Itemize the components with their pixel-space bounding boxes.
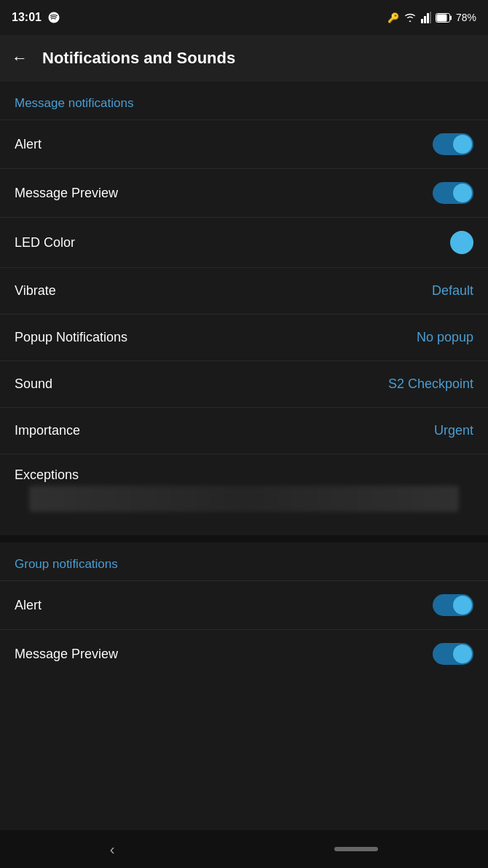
svg-rect-3 (427, 13, 429, 23)
sound-row[interactable]: Sound S2 Checkpoint (0, 360, 488, 407)
message-preview-knob (453, 184, 472, 202)
group-notifications-section: Group notifications Alert Message Previe… (0, 542, 488, 678)
group-notifications-title: Group notifications (0, 557, 488, 580)
importance-label: Importance (15, 423, 80, 438)
popup-notifications-row[interactable]: Popup Notifications No popup (0, 314, 488, 360)
importance-value: Urgent (434, 423, 473, 438)
alert-toggle[interactable] (433, 133, 473, 155)
section-divider (0, 535, 488, 542)
key-icon: 🔑 (387, 12, 399, 23)
alert-row: Alert (0, 119, 488, 168)
group-message-preview-label: Message Preview (15, 647, 118, 662)
exceptions-label: Exceptions (15, 467, 79, 483)
svg-rect-7 (436, 14, 446, 21)
spotify-icon (47, 11, 60, 24)
message-preview-label: Message Preview (15, 186, 118, 201)
group-message-preview-toggle[interactable] (433, 643, 473, 665)
status-bar: 13:01 🔑 78% (0, 0, 488, 35)
nav-home-pill[interactable] (334, 847, 378, 851)
message-preview-row: Message Preview (0, 168, 488, 217)
signal-icon (421, 12, 431, 23)
exceptions-blurred-content (29, 486, 459, 512)
vibrate-row[interactable]: Vibrate Default (0, 267, 488, 314)
status-time: 13:01 (12, 11, 42, 24)
message-notifications-section: Message notifications Alert Message Prev… (0, 82, 488, 529)
battery-icon (436, 13, 452, 23)
svg-rect-2 (424, 16, 426, 23)
svg-rect-4 (430, 12, 431, 23)
vibrate-label: Vibrate (15, 283, 56, 299)
message-preview-toggle[interactable] (433, 182, 473, 204)
svg-rect-6 (450, 15, 452, 20)
group-alert-toggle[interactable] (433, 594, 473, 616)
sound-label: Sound (15, 376, 52, 392)
wifi-icon (404, 12, 417, 23)
bottom-nav: ‹ (0, 830, 488, 868)
group-alert-knob (453, 596, 472, 615)
app-header: ← Notifications and Sounds (0, 35, 488, 82)
status-bar-left: 13:01 (12, 11, 60, 24)
svg-point-0 (48, 12, 59, 23)
led-color-label: LED Color (15, 235, 75, 250)
page-title: Notifications and Sounds (42, 49, 235, 68)
group-alert-label: Alert (15, 598, 42, 613)
content-area: Message notifications Alert Message Prev… (0, 82, 488, 678)
alert-toggle-knob (453, 135, 472, 154)
group-message-preview-row: Message Preview (0, 629, 488, 678)
battery-percentage: 78% (456, 12, 476, 23)
popup-notifications-label: Popup Notifications (15, 330, 127, 345)
vibrate-value: Default (432, 283, 473, 299)
led-color-row[interactable]: LED Color (0, 217, 488, 267)
group-message-preview-knob (453, 644, 472, 663)
group-alert-row: Alert (0, 580, 488, 629)
exceptions-row[interactable]: Exceptions (0, 454, 488, 529)
back-button[interactable]: ← (12, 49, 28, 68)
svg-rect-1 (421, 19, 423, 23)
importance-row[interactable]: Importance Urgent (0, 407, 488, 454)
status-bar-right: 🔑 78% (387, 12, 476, 23)
led-color-indicator (450, 231, 473, 254)
nav-back-button[interactable]: ‹ (110, 841, 115, 858)
alert-label: Alert (15, 137, 42, 152)
popup-notifications-value: No popup (417, 330, 473, 345)
message-notifications-title: Message notifications (0, 96, 488, 119)
sound-value: S2 Checkpoint (388, 376, 473, 392)
